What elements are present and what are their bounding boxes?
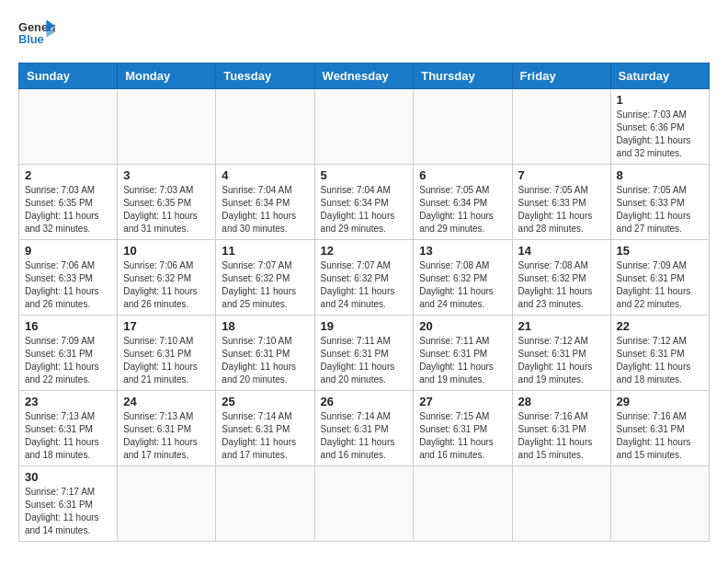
calendar-cell: 26Sunrise: 7:14 AMSunset: 6:31 PMDayligh… xyxy=(314,391,414,466)
day-info: Sunrise: 7:16 AMSunset: 6:31 PMDaylight:… xyxy=(518,410,605,462)
calendar-cell: 24Sunrise: 7:13 AMSunset: 6:31 PMDayligh… xyxy=(118,391,216,466)
calendar-week-row: 9Sunrise: 7:06 AMSunset: 6:33 PMDaylight… xyxy=(19,240,710,316)
day-header-monday: Monday xyxy=(118,63,216,89)
calendar-week-row: 23Sunrise: 7:13 AMSunset: 6:31 PMDayligh… xyxy=(19,391,710,466)
day-number: 12 xyxy=(321,244,408,258)
day-info: Sunrise: 7:13 AMSunset: 6:31 PMDaylight:… xyxy=(123,410,210,462)
calendar-week-row: 1Sunrise: 7:03 AMSunset: 6:36 PMDaylight… xyxy=(19,89,710,165)
day-number: 4 xyxy=(222,168,308,182)
calendar-cell: 19Sunrise: 7:11 AMSunset: 6:31 PMDayligh… xyxy=(314,316,414,391)
calendar-cell: 23Sunrise: 7:13 AMSunset: 6:31 PMDayligh… xyxy=(19,391,118,466)
day-number: 9 xyxy=(25,244,111,258)
calendar-cell: 20Sunrise: 7:11 AMSunset: 6:31 PMDayligh… xyxy=(414,316,512,391)
day-number: 7 xyxy=(518,168,605,182)
calendar-week-row: 30Sunrise: 7:17 AMSunset: 6:31 PMDayligh… xyxy=(19,466,710,542)
calendar-cell xyxy=(216,466,314,542)
calendar-cell: 11Sunrise: 7:07 AMSunset: 6:32 PMDayligh… xyxy=(216,240,314,316)
day-number: 22 xyxy=(617,319,703,333)
day-number: 13 xyxy=(419,244,506,258)
day-info: Sunrise: 7:16 AMSunset: 6:31 PMDaylight:… xyxy=(617,410,703,462)
calendar-cell: 3Sunrise: 7:03 AMSunset: 6:35 PMDaylight… xyxy=(118,165,216,240)
day-header-wednesday: Wednesday xyxy=(314,63,414,89)
day-info: Sunrise: 7:14 AMSunset: 6:31 PMDaylight:… xyxy=(222,410,308,462)
calendar-cell xyxy=(610,466,709,542)
day-info: Sunrise: 7:03 AMSunset: 6:35 PMDaylight:… xyxy=(25,184,111,236)
day-info: Sunrise: 7:06 AMSunset: 6:32 PMDaylight:… xyxy=(123,259,210,311)
day-header-saturday: Saturday xyxy=(610,63,709,89)
calendar-cell: 1Sunrise: 7:03 AMSunset: 6:36 PMDaylight… xyxy=(610,89,709,165)
day-header-sunday: Sunday xyxy=(19,63,118,89)
day-number: 10 xyxy=(123,244,210,258)
day-number: 19 xyxy=(321,319,408,333)
day-header-thursday: Thursday xyxy=(414,63,512,89)
page-header: General Blue xyxy=(18,18,710,48)
calendar-cell: 29Sunrise: 7:16 AMSunset: 6:31 PMDayligh… xyxy=(610,391,709,466)
calendar-cell xyxy=(216,89,314,165)
calendar-cell: 30Sunrise: 7:17 AMSunset: 6:31 PMDayligh… xyxy=(19,466,118,542)
day-number: 25 xyxy=(222,395,308,408)
calendar-cell: 25Sunrise: 7:14 AMSunset: 6:31 PMDayligh… xyxy=(216,391,314,466)
day-number: 8 xyxy=(617,168,703,182)
day-number: 11 xyxy=(222,244,308,258)
day-info: Sunrise: 7:11 AMSunset: 6:31 PMDaylight:… xyxy=(419,335,506,386)
day-info: Sunrise: 7:12 AMSunset: 6:31 PMDaylight:… xyxy=(518,335,605,386)
day-info: Sunrise: 7:09 AMSunset: 6:31 PMDaylight:… xyxy=(617,259,703,311)
calendar-cell xyxy=(512,466,610,542)
day-number: 3 xyxy=(123,168,210,182)
calendar-cell: 17Sunrise: 7:10 AMSunset: 6:31 PMDayligh… xyxy=(118,316,216,391)
calendar-cell: 13Sunrise: 7:08 AMSunset: 6:32 PMDayligh… xyxy=(414,240,512,316)
day-number: 28 xyxy=(518,395,605,408)
calendar-cell: 8Sunrise: 7:05 AMSunset: 6:33 PMDaylight… xyxy=(610,165,709,240)
day-info: Sunrise: 7:05 AMSunset: 6:33 PMDaylight:… xyxy=(518,184,605,236)
day-info: Sunrise: 7:07 AMSunset: 6:32 PMDaylight:… xyxy=(321,259,408,311)
calendar-header-row: SundayMondayTuesdayWednesdayThursdayFrid… xyxy=(19,63,710,89)
day-number: 20 xyxy=(419,319,506,333)
day-info: Sunrise: 7:03 AMSunset: 6:36 PMDaylight:… xyxy=(617,109,703,160)
day-number: 1 xyxy=(617,93,703,107)
day-header-tuesday: Tuesday xyxy=(216,63,314,89)
day-info: Sunrise: 7:12 AMSunset: 6:31 PMDaylight:… xyxy=(617,335,703,386)
calendar-cell: 6Sunrise: 7:05 AMSunset: 6:34 PMDaylight… xyxy=(414,165,512,240)
day-number: 30 xyxy=(25,470,111,484)
calendar-cell: 12Sunrise: 7:07 AMSunset: 6:32 PMDayligh… xyxy=(314,240,414,316)
calendar-cell: 2Sunrise: 7:03 AMSunset: 6:35 PMDaylight… xyxy=(19,165,118,240)
day-info: Sunrise: 7:15 AMSunset: 6:31 PMDaylight:… xyxy=(419,410,506,462)
calendar-week-row: 16Sunrise: 7:09 AMSunset: 6:31 PMDayligh… xyxy=(19,316,710,391)
day-info: Sunrise: 7:08 AMSunset: 6:32 PMDaylight:… xyxy=(419,259,506,311)
calendar-cell: 14Sunrise: 7:08 AMSunset: 6:32 PMDayligh… xyxy=(512,240,610,316)
logo-icon: General Blue xyxy=(18,18,55,48)
day-info: Sunrise: 7:04 AMSunset: 6:34 PMDaylight:… xyxy=(321,184,408,236)
calendar-cell: 28Sunrise: 7:16 AMSunset: 6:31 PMDayligh… xyxy=(512,391,610,466)
calendar-cell xyxy=(512,89,610,165)
calendar-cell: 15Sunrise: 7:09 AMSunset: 6:31 PMDayligh… xyxy=(610,240,709,316)
day-info: Sunrise: 7:10 AMSunset: 6:31 PMDaylight:… xyxy=(123,335,210,386)
calendar-week-row: 2Sunrise: 7:03 AMSunset: 6:35 PMDaylight… xyxy=(19,165,710,240)
day-number: 26 xyxy=(321,395,408,408)
day-number: 17 xyxy=(123,319,210,333)
day-info: Sunrise: 7:13 AMSunset: 6:31 PMDaylight:… xyxy=(25,410,111,462)
day-number: 27 xyxy=(419,395,506,408)
day-info: Sunrise: 7:05 AMSunset: 6:33 PMDaylight:… xyxy=(617,184,703,236)
day-number: 15 xyxy=(617,244,703,258)
calendar-cell: 21Sunrise: 7:12 AMSunset: 6:31 PMDayligh… xyxy=(512,316,610,391)
calendar-cell: 5Sunrise: 7:04 AMSunset: 6:34 PMDaylight… xyxy=(314,165,414,240)
calendar-cell xyxy=(414,89,512,165)
calendar-table: SundayMondayTuesdayWednesdayThursdayFrid… xyxy=(18,63,710,542)
calendar-cell xyxy=(19,89,118,165)
day-info: Sunrise: 7:05 AMSunset: 6:34 PMDaylight:… xyxy=(419,184,506,236)
calendar-cell: 16Sunrise: 7:09 AMSunset: 6:31 PMDayligh… xyxy=(19,316,118,391)
calendar-cell: 18Sunrise: 7:10 AMSunset: 6:31 PMDayligh… xyxy=(216,316,314,391)
day-number: 21 xyxy=(518,319,605,333)
day-info: Sunrise: 7:09 AMSunset: 6:31 PMDaylight:… xyxy=(25,335,111,386)
calendar-cell xyxy=(118,466,216,542)
calendar-cell: 9Sunrise: 7:06 AMSunset: 6:33 PMDaylight… xyxy=(19,240,118,316)
calendar-cell: 22Sunrise: 7:12 AMSunset: 6:31 PMDayligh… xyxy=(610,316,709,391)
calendar-cell xyxy=(118,89,216,165)
calendar-cell: 7Sunrise: 7:05 AMSunset: 6:33 PMDaylight… xyxy=(512,165,610,240)
day-number: 14 xyxy=(518,244,605,258)
day-number: 18 xyxy=(222,319,308,333)
day-info: Sunrise: 7:08 AMSunset: 6:32 PMDaylight:… xyxy=(518,259,605,311)
day-number: 29 xyxy=(617,395,703,408)
day-number: 16 xyxy=(25,319,111,333)
day-info: Sunrise: 7:14 AMSunset: 6:31 PMDaylight:… xyxy=(321,410,408,462)
